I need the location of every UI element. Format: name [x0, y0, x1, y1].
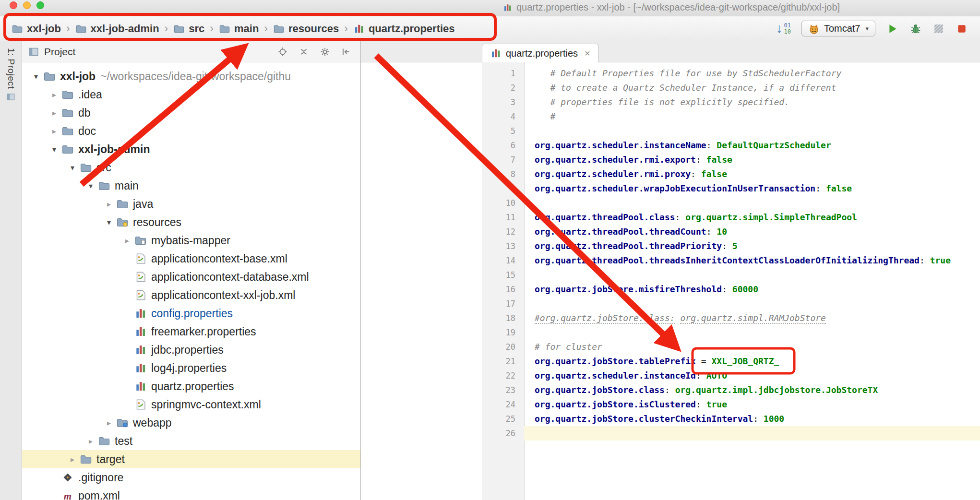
- minimize-window-button[interactable]: [23, 1, 31, 9]
- code-text: org.quartz.threadPool.threadPriority: 5: [524, 239, 980, 253]
- collapse-all-button[interactable]: [299, 47, 309, 57]
- tree-item-test[interactable]: ▸test: [22, 432, 360, 450]
- editor[interactable]: quartz.properties × 1 # Default Properti…: [361, 41, 980, 500]
- tree-item-webapp[interactable]: ▸webapp: [22, 414, 360, 432]
- code-text: org.quartz.jobStore.isClustered: true: [524, 397, 980, 412]
- ide-window: quartz.properties - xxl-job - [~/workspa…: [0, 0, 980, 500]
- line-number: 22: [482, 369, 524, 383]
- code-line-5: 5: [361, 124, 980, 138]
- editor-tab-quartz-properties[interactable]: quartz.properties ×: [482, 44, 598, 62]
- properties-icon: [134, 308, 147, 319]
- tree-item-mybatis-mapper[interactable]: ▸mybatis-mapper: [22, 231, 360, 250]
- tree-toggle-icon[interactable]: ▸: [47, 108, 61, 118]
- folder-icon: [173, 24, 185, 34]
- close-tab-icon[interactable]: ×: [585, 48, 590, 59]
- zoom-window-button[interactable]: [36, 1, 44, 9]
- code-line-8: 8org.quartz.scheduler.rmi.proxy: false: [361, 167, 980, 181]
- tree-item-quartz.properties[interactable]: quartz.properties: [22, 377, 360, 395]
- tree-toggle-icon[interactable]: ▾: [47, 145, 61, 154]
- tree-toggle-icon[interactable]: ▸: [102, 200, 116, 209]
- tree-item-config.properties[interactable]: config.properties: [22, 304, 360, 322]
- code-text: [524, 325, 980, 340]
- tree-item-label: freemarker.properties: [151, 325, 256, 338]
- properties-icon: [134, 344, 147, 356]
- code-text: org.quartz.scheduler.wrapJobExecutionInU…: [524, 181, 980, 196]
- tree-item-freemarker.properties[interactable]: freemarker.properties: [22, 322, 360, 341]
- tree-item-label: mybatis-mapper: [151, 234, 230, 247]
- project-tool-button[interactable]: 1: Project: [6, 48, 16, 101]
- properties-icon: [353, 24, 365, 34]
- breadcrumb-item-quartz.properties[interactable]: quartz.properties: [353, 23, 455, 35]
- vcs-incoming-widget[interactable]: ↓ 01 10: [776, 22, 791, 35]
- close-window-button[interactable]: [10, 1, 17, 9]
- code-text: org.quartz.jobStore.class: org.quartz.im…: [524, 383, 980, 397]
- locate-button[interactable]: [278, 47, 287, 57]
- tree-item-springmvc-context.xml[interactable]: springmvc-context.xml: [22, 395, 360, 414]
- tree-item-.gitignore[interactable]: .gitignore: [22, 468, 360, 487]
- tree-item-resources[interactable]: ▾resources: [22, 213, 360, 231]
- incoming-commits-icon: ↓: [776, 22, 783, 35]
- tree-toggle-icon[interactable]: ▸: [120, 236, 134, 245]
- tree-toggle-icon[interactable]: ▸: [102, 418, 116, 428]
- code-line-4: 4 #: [361, 109, 980, 124]
- settings-button[interactable]: [320, 47, 330, 57]
- code-text: org.quartz.jobStore.tablePrefix = XXL_JO…: [524, 354, 980, 369]
- tree-item-pom.xml[interactable]: mpom.xml: [22, 487, 360, 500]
- hide-icon: [341, 47, 351, 57]
- project-tool-label: 1: Project: [6, 48, 16, 89]
- folder-icon: [273, 24, 285, 34]
- spring-xml-icon: [134, 253, 147, 264]
- tree-toggle-icon[interactable]: ▾: [102, 218, 116, 227]
- tree-toggle-icon[interactable]: ▸: [47, 90, 61, 99]
- tree-item-java[interactable]: ▸java: [22, 195, 360, 213]
- breadcrumb-label: resources: [288, 23, 339, 35]
- line-number: 16: [482, 282, 524, 297]
- tree-toggle-icon[interactable]: ▾: [29, 72, 43, 81]
- run-with-coverage-button[interactable]: [932, 22, 945, 36]
- tree-item-main[interactable]: ▾main: [22, 177, 360, 195]
- code-line-20: 20# for cluster: [361, 340, 980, 354]
- breadcrumb-item-xxl-job[interactable]: xxl-job: [12, 23, 61, 35]
- breadcrumb-item-src[interactable]: src: [173, 23, 204, 35]
- tree-item-label: .gitignore: [78, 471, 124, 484]
- breadcrumb: xxl-job›xxl-job-admin›src›main›resources…: [12, 22, 455, 35]
- tree-item-applicationcontext-database.xml[interactable]: applicationcontext-database.xml: [22, 268, 360, 286]
- tree-item-jdbc.properties[interactable]: jdbc.properties: [22, 341, 360, 359]
- folder-icon: [43, 71, 56, 82]
- code-text: # properties file is not explicitly spec…: [524, 95, 980, 109]
- tree-item-xxl-job-admin[interactable]: ▾xxl-job-admin: [22, 140, 360, 158]
- line-number: 23: [482, 383, 524, 397]
- hide-button[interactable]: [341, 47, 351, 57]
- tree-item-doc[interactable]: ▸doc: [22, 122, 360, 140]
- breadcrumb-item-resources[interactable]: resources: [273, 23, 339, 35]
- tree-toggle-icon[interactable]: ▸: [84, 437, 98, 446]
- editor-tab-bar: quartz.properties ×: [361, 41, 980, 62]
- tree-item-target[interactable]: ▸target: [22, 450, 360, 468]
- code-line-9: 9org.quartz.scheduler.wrapJobExecutionIn…: [361, 181, 980, 196]
- debug-button[interactable]: [909, 22, 922, 36]
- tree-item-applicationcontext-base.xml[interactable]: applicationcontext-base.xml: [22, 250, 360, 268]
- code-area[interactable]: 1 # Default Properties file for use by S…: [361, 62, 980, 500]
- code-line-19: 19: [361, 325, 980, 340]
- tree-item-label: java: [133, 198, 153, 211]
- folder-webapp-icon: [116, 417, 129, 429]
- tree-toggle-icon[interactable]: ▾: [84, 181, 98, 190]
- tree-toggle-icon[interactable]: ▸: [47, 127, 61, 136]
- breadcrumb-item-xxl-job-admin[interactable]: xxl-job-admin: [75, 23, 159, 35]
- run-button[interactable]: [886, 22, 899, 36]
- tree-item-applicationcontext-xxl-job.xml[interactable]: applicationcontext-xxl-job.xml: [22, 286, 360, 304]
- breadcrumb-item-main[interactable]: main: [219, 23, 259, 35]
- tree-item-.idea[interactable]: ▸.idea: [22, 85, 360, 104]
- tree-item-log4j.properties[interactable]: log4j.properties: [22, 359, 360, 377]
- line-number: 21: [482, 354, 524, 369]
- breadcrumb-label: xxl-job: [27, 23, 61, 35]
- tree-toggle-icon[interactable]: ▾: [65, 163, 80, 172]
- vcs-count-bottom: 10: [784, 29, 790, 35]
- run-config-select[interactable]: Tomcat7 ▾: [801, 21, 875, 36]
- tree-item-src[interactable]: ▾src: [22, 158, 360, 177]
- tree-toggle-icon[interactable]: ▸: [65, 455, 80, 464]
- tree-item-db[interactable]: ▸db: [22, 104, 360, 122]
- code-text: org.quartz.scheduler.instanceName: Defau…: [524, 138, 980, 153]
- tree-item-xxl-job[interactable]: ▾xxl-job~/workspaces/idea-git-workspace/…: [22, 67, 360, 85]
- stop-button[interactable]: [955, 22, 968, 36]
